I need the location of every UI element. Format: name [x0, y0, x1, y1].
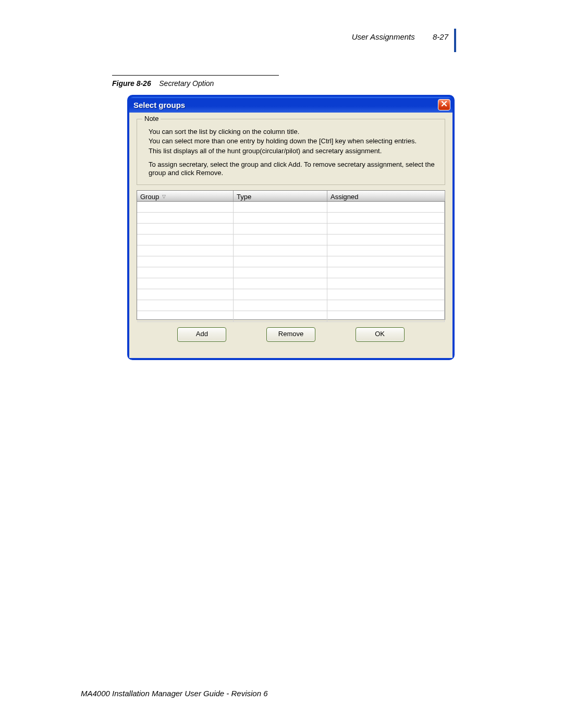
table-row[interactable] [137, 278, 445, 289]
table-row[interactable] [137, 213, 445, 224]
cell-group [137, 289, 234, 300]
cell-group [137, 245, 234, 256]
table-row[interactable] [137, 245, 445, 256]
table-row[interactable] [137, 202, 445, 213]
cell-assigned [327, 267, 445, 278]
cell-type [234, 235, 327, 245]
cell-assigned [327, 202, 445, 212]
cell-group [137, 202, 234, 212]
groups-list: Group ▽ Type Assigned [137, 190, 445, 320]
table-row[interactable] [137, 300, 445, 311]
cell-group [137, 311, 234, 322]
note-line2: You can select more than one entry by ho… [149, 137, 437, 145]
page-root: User Assignments 8-27 Figure 8-26 Secret… [0, 0, 563, 728]
cell-group [137, 224, 234, 234]
add-button[interactable]: Add [177, 327, 226, 342]
column-header-type[interactable]: Type [234, 191, 327, 201]
page-footer: MA4000 Installation Manager User Guide -… [81, 689, 268, 698]
cell-assigned [327, 235, 445, 245]
column-header-assigned[interactable]: Assigned [327, 191, 445, 201]
remove-button[interactable]: Remove [266, 327, 315, 342]
figure-label: Figure 8-26 [112, 79, 151, 88]
ok-button[interactable]: OK [356, 327, 405, 342]
dialog-button-row: Add Remove OK [137, 320, 445, 342]
cell-assigned [327, 256, 445, 267]
column-header-assigned-label: Assigned [331, 193, 358, 201]
cell-assigned [327, 278, 445, 289]
cell-type [234, 213, 327, 223]
dialog-title: Select groups [133, 101, 438, 109]
cell-assigned [327, 224, 445, 234]
header-accent-bar [454, 29, 456, 52]
cell-type [234, 245, 327, 256]
note-groupbox: Note You can sort the list by clicking o… [137, 119, 445, 185]
table-row[interactable] [137, 256, 445, 267]
select-groups-dialog: Select groups Note You can sort the list… [127, 95, 455, 360]
table-row[interactable] [137, 224, 445, 235]
close-icon [440, 100, 448, 109]
note-line3: This list displays all of the hunt group… [149, 147, 437, 155]
sort-descending-icon: ▽ [162, 194, 166, 199]
figure-caption: Figure 8-26 Secretary Option [112, 79, 214, 88]
cell-type [234, 267, 327, 278]
dialog-body: Note You can sort the list by clicking o… [129, 113, 452, 358]
list-body[interactable] [137, 201, 445, 319]
page-number: 8-27 [433, 32, 448, 41]
page-header: User Assignments 8-27 [352, 32, 448, 41]
table-row[interactable] [137, 267, 445, 278]
figure-title: Secretary Option [159, 79, 214, 88]
cell-group [137, 300, 234, 311]
cell-assigned [327, 245, 445, 256]
cell-type [234, 311, 327, 322]
cell-assigned [327, 289, 445, 300]
cell-assigned [327, 300, 445, 311]
note-line1: You can sort the list by clicking on the… [149, 128, 437, 136]
table-row[interactable] [137, 235, 445, 245]
dialog-titlebar[interactable]: Select groups [129, 97, 452, 113]
cell-group [137, 278, 234, 289]
column-header-group[interactable]: Group ▽ [137, 191, 234, 201]
table-row[interactable] [137, 311, 445, 322]
note-legend: Note [142, 115, 161, 123]
figure-caption-rule [112, 75, 279, 76]
note-line4: To assign secretary, select the group an… [149, 161, 437, 178]
cell-group [137, 267, 234, 278]
cell-type [234, 300, 327, 311]
table-row[interactable] [137, 289, 445, 300]
cell-group [137, 213, 234, 223]
close-button[interactable] [438, 99, 450, 110]
list-header-row: Group ▽ Type Assigned [137, 191, 445, 201]
column-header-group-label: Group [140, 193, 159, 201]
cell-type [234, 202, 327, 212]
column-header-type-label: Type [237, 193, 251, 201]
cell-group [137, 256, 234, 267]
cell-assigned [327, 311, 445, 322]
cell-type [234, 256, 327, 267]
cell-type [234, 289, 327, 300]
cell-type [234, 224, 327, 234]
cell-assigned [327, 213, 445, 223]
cell-group [137, 235, 234, 245]
cell-type [234, 278, 327, 289]
section-title: User Assignments [352, 32, 415, 41]
